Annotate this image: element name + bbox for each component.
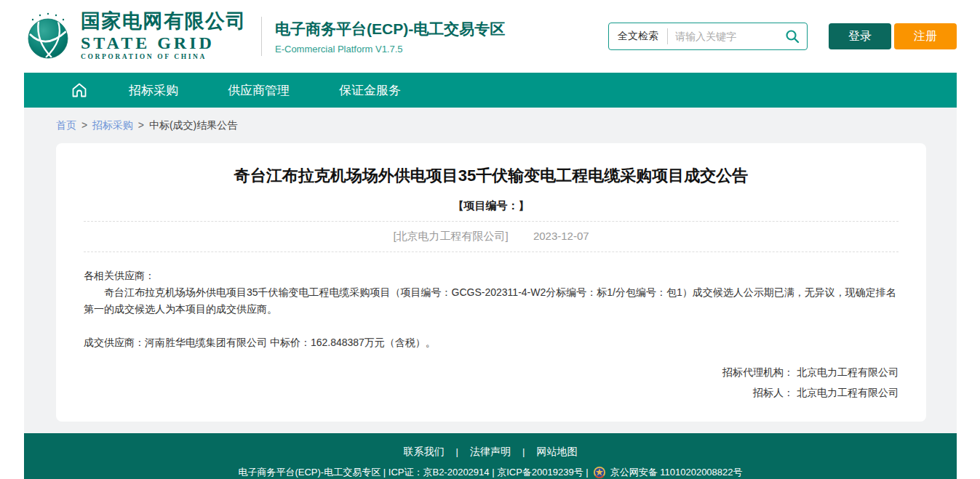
agency-line: 招标代理机构： 北京电力工程有限公司 (84, 363, 899, 382)
nav-item-bidding[interactable]: 招标采购 (129, 82, 178, 99)
nav-item-supplier[interactable]: 供应商管理 (228, 82, 290, 99)
header: 国家电网有限公司 STATE GRID CORPORATION OF CHINA… (24, 0, 957, 73)
home-icon (71, 81, 88, 99)
beian-badge-wrap (593, 466, 606, 479)
announcement-meta: [北京电力工程有限公司] 2023-12-07 (56, 230, 926, 243)
footer-info-line: 电子商务平台(ECP)-电工交易专区 | ICP证：京B2-20202914 |… (24, 466, 957, 479)
breadcrumb: 首页 > 招标采购 > 中标(成交)结果公告 (24, 108, 957, 142)
logo-company-cn: 国家电网有限公司 (81, 12, 247, 31)
nav-home-item[interactable] (71, 81, 88, 99)
state-grid-logo: 国家电网有限公司 STATE GRID CORPORATION OF CHINA (24, 12, 247, 61)
login-button[interactable]: 登录 (829, 23, 891, 49)
main-nav: 招标采购 供应商管理 保证金服务 (24, 73, 957, 108)
search-icon (785, 29, 800, 44)
breadcrumb-separator: > (81, 119, 87, 131)
search-input[interactable] (668, 31, 785, 42)
announcement-title: 奇台江布拉克机场场外供电项目35千伏输变电工程电缆采购项目成交公告 (56, 165, 926, 187)
footer-link-sitemap[interactable]: 网站地图 (536, 446, 577, 459)
salutation: 各相关供应商： (84, 267, 899, 284)
breadcrumb-home-link[interactable]: 首页 (56, 119, 76, 131)
project-number-line: 【项目编号：】 (56, 199, 926, 213)
logo-text: 国家电网有限公司 STATE GRID CORPORATION OF CHINA (81, 12, 247, 61)
police-badge-icon (593, 466, 606, 479)
nav-item-deposit[interactable]: 保证金服务 (339, 82, 401, 99)
body-paragraph: 奇台江布拉克机场场外供电项目35千伏输变电工程电缆采购项目（项目编号：GCGS-… (84, 284, 899, 318)
beian-number-link[interactable]: 京公网安备 11010202008822号 (610, 466, 743, 479)
page-wrapper: 国家电网有限公司 STATE GRID CORPORATION OF CHINA… (24, 0, 957, 479)
footer-links: 联系我们 | 法律声明 | 网站地图 (24, 446, 957, 459)
footer-link-contact[interactable]: 联系我们 (404, 446, 445, 459)
signature-block: 招标代理机构： 北京电力工程有限公司 招标人： 北京电力工程有限公司 (56, 351, 926, 403)
footer: 联系我们 | 法律声明 | 网站地图 电子商务平台(ECP)-电工交易专区 | … (24, 433, 957, 479)
search-scope-label: 全文检索 (609, 30, 667, 43)
footer-link-legal[interactable]: 法律声明 (470, 446, 511, 459)
tenderee-line: 招标人： 北京电力工程有限公司 (84, 383, 899, 403)
state-grid-globe-icon (24, 12, 72, 60)
breadcrumb-bidding-link[interactable]: 招标采购 (92, 119, 133, 131)
publish-date: 2023-12-07 (533, 230, 589, 242)
search-box: 全文检索 (608, 23, 808, 50)
logo-company-en: STATE GRID (81, 34, 247, 52)
platform-title: 电子商务平台(ECP)-电工交易专区 (275, 19, 505, 39)
icp-info: 电子商务平台(ECP)-电工交易专区 | ICP证：京B2-20202914 |… (238, 466, 588, 479)
footer-link-separator: | (522, 446, 525, 457)
platform-title-block: 电子商务平台(ECP)-电工交易专区 E-Commercial Platform… (275, 19, 505, 55)
platform-subtitle: E-Commercial Platform V1.7.5 (275, 44, 505, 55)
footer-link-separator: | (456, 446, 458, 457)
breadcrumb-current: 中标(成交)结果公告 (149, 119, 237, 131)
breadcrumb-separator: > (138, 119, 144, 131)
logo-company-en-sub: CORPORATION OF CHINA (81, 54, 247, 61)
dashed-divider (84, 251, 899, 252)
publisher: [北京电力工程有限公司] (393, 230, 508, 242)
search-button[interactable] (785, 29, 807, 44)
announcement-body: 各相关供应商： 奇台江布拉克机场场外供电项目35千伏输变电工程电缆采购项目（项目… (56, 260, 926, 351)
announcement-card: 奇台江布拉克机场场外供电项目35千伏输变电工程电缆采购项目成交公告 【项目编号：… (56, 143, 926, 422)
header-divider (261, 17, 262, 56)
register-button[interactable]: 注册 (894, 23, 957, 49)
main-content-area: 首页 > 招标采购 > 中标(成交)结果公告 奇台江布拉克机场场外供电项目35千… (24, 108, 957, 433)
dashed-divider (84, 221, 899, 222)
award-result-line: 成交供应商：河南胜华电缆集团有限公司 中标价：162.848387万元（含税）。 (84, 334, 899, 351)
